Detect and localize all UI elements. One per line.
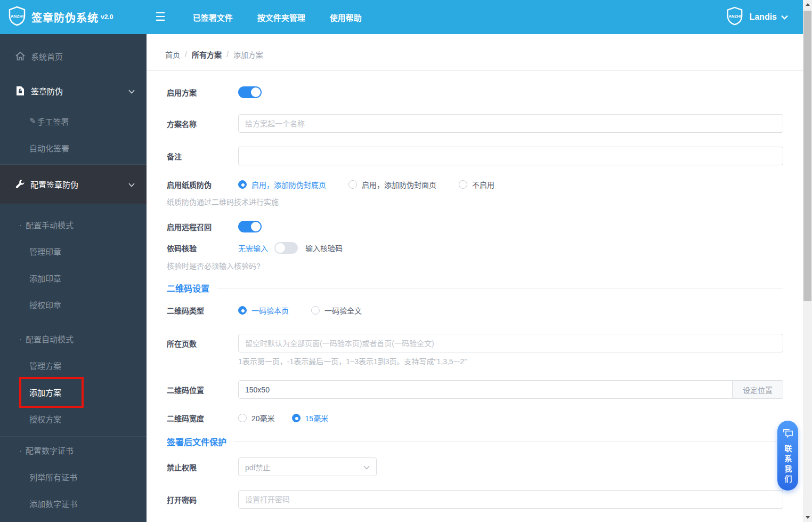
paper-antiforgery-help: 纸质防伪通过二维码技术进行实施 (167, 196, 783, 207)
sidebar-item-manual-sign[interactable]: ✎ 手工签署 (0, 108, 147, 134)
sidebar-item-home[interactable]: 系统首页 (0, 43, 147, 69)
radio-width-15mm[interactable]: 15毫米 (292, 413, 329, 423)
radio-label: 一码验全文 (324, 305, 362, 316)
sidebar-item-label: 自动化签署 (29, 142, 69, 154)
remote-recall-toggle[interactable] (238, 221, 262, 232)
chevron-down-icon (128, 86, 135, 95)
set-position-button[interactable]: 设定位置 (733, 380, 783, 399)
user-name: Landis (749, 12, 777, 22)
forbid-permission-select[interactable]: pdf禁止 (238, 457, 377, 476)
pages-label: 所在页数 (167, 338, 238, 349)
sidebar-item-configure-auto-mode[interactable]: · 配置自动模式 (0, 325, 147, 352)
forbid-permission-label: 禁止权限 (167, 462, 238, 472)
nav-item-folder-management[interactable]: 按文件夹管理 (245, 12, 318, 23)
open-password-input[interactable] (238, 490, 783, 509)
sidebar-item-label: 手工签署 (37, 116, 69, 127)
remote-recall-label: 启用远程召回 (167, 221, 238, 232)
open-password-label: 打开密码 (167, 494, 238, 505)
radio-back-cover-page[interactable]: 启用，添加防伪封底页 (238, 179, 326, 190)
plan-name-label: 方案名称 (167, 118, 238, 129)
radio-label: 不启用 (472, 179, 494, 190)
qr-type-label: 二维码类型 (167, 305, 238, 316)
file-protection-section-title: 签署后文件保护 (167, 435, 226, 448)
section-divider (234, 441, 783, 442)
enable-plan-label: 启用方案 (167, 87, 238, 98)
app-brand: ANZHI 签章防伪系统 v2.0 (0, 6, 147, 28)
sidebar-item-label: 添加数字证书 (29, 498, 77, 509)
radio-label: 15毫米 (305, 413, 329, 423)
user-avatar-shield-icon: ANZHI (726, 6, 744, 28)
svg-text:ANZHI: ANZHI (729, 14, 741, 19)
sidebar-item-manage-seal[interactable]: 管理印章 (0, 238, 147, 264)
breadcrumb-home[interactable]: 首页 (165, 49, 180, 60)
bullet-dot: · (19, 220, 22, 229)
radio-disable[interactable]: 不启用 (459, 179, 494, 190)
qr-position-input[interactable] (238, 380, 733, 399)
sidebar-item-configure-digital-cert[interactable]: · 配置数字证书 (0, 437, 147, 463)
sidebar-item-seal-antiforgery[interactable]: 签章防伪 (0, 77, 147, 104)
nav-item-help[interactable]: 使用帮助 (318, 12, 374, 23)
scrollbar-down-arrow[interactable] (803, 513, 812, 522)
app-title: 签章防伪系统 (31, 10, 99, 25)
sidebar-item-authorize-plan[interactable]: 授权方案 (0, 405, 147, 432)
breadcrumb-current: 添加方案 (233, 49, 263, 60)
sidebar-item-configure-seal-antiforgery[interactable]: 配置签章防伪 (0, 164, 147, 204)
contact-us-label: 联系我们 (783, 445, 793, 485)
sidebar-item-label: 配置自动模式 (26, 333, 74, 344)
sidebar-item-label: 列举所有证书 (29, 471, 77, 483)
section-divider (217, 288, 783, 288)
breadcrumb: 首页 / 所有方案 / 添加方案 (147, 34, 803, 71)
toggle-knob (275, 243, 285, 253)
remark-input[interactable] (238, 147, 783, 165)
radio-qr-per-page[interactable]: 一码验本页 (238, 305, 289, 316)
sidebar-item-label: 配置数字证书 (26, 445, 74, 456)
nav-item-signed-files[interactable]: 已签署文件 (181, 12, 245, 23)
sidebar-item-auto-sign[interactable]: 自动化签署 (0, 134, 147, 161)
code-check-off-label[interactable]: 无需输入 (238, 243, 268, 253)
sidebar-item-configure-manual-mode[interactable]: · 配置手动模式 (0, 211, 147, 238)
sidebar-item-add-seal[interactable]: 添加印章 (0, 264, 147, 291)
radio-width-20mm[interactable]: 20毫米 (238, 413, 275, 423)
radio-label: 启用，添加防伪封底页 (251, 179, 326, 190)
sidebar-item-authorize-seal[interactable]: 授权印章 (0, 291, 147, 318)
radio-icon (238, 306, 247, 315)
sidebar-item-label: 添加方案 (29, 387, 61, 398)
user-chevron-down-icon (781, 12, 788, 22)
app-window: ANZHI 签章防伪系统 v2.0 ☰ 已签署文件 按文件夹管理 使用帮助 AN… (0, 0, 803, 522)
contact-us-button[interactable]: 联系我们 (777, 421, 798, 491)
radio-icon (238, 414, 247, 422)
breadcrumb-all-plans[interactable]: 所有方案 (192, 49, 222, 60)
sidebar-item-label: 配置手动模式 (26, 219, 74, 230)
sidebar-item-label: 签章防伪 (31, 85, 63, 97)
radio-label: 一码验本页 (251, 305, 289, 316)
plan-name-input[interactable] (238, 114, 783, 133)
sidebar-item-add-digital-cert[interactable]: 添加数字证书 (0, 490, 147, 517)
enable-plan-toggle[interactable] (238, 86, 262, 98)
radio-icon (292, 414, 301, 422)
sidebar-item-list-certs[interactable]: 列举所有证书 (0, 463, 147, 490)
bullet-dot: · (19, 446, 22, 455)
pages-input[interactable] (238, 334, 783, 352)
radio-icon (459, 180, 467, 189)
top-navbar: ANZHI 签章防伪系统 v2.0 ☰ 已签署文件 按文件夹管理 使用帮助 AN… (0, 0, 803, 34)
scrollbar-up-arrow[interactable] (803, 0, 812, 9)
sidebar-item-add-plan[interactable]: 添加方案 (0, 379, 147, 405)
qr-settings-section-title: 二维码设置 (167, 282, 209, 294)
paper-antiforgery-label: 启用纸质防伪 (167, 179, 238, 190)
sidebar-item-label: 系统首页 (31, 51, 63, 62)
radio-icon (238, 180, 247, 189)
toggle-knob (251, 222, 261, 231)
radio-qr-whole-doc[interactable]: 一码验全文 (311, 305, 362, 316)
user-menu[interactable]: ANZHI Landis (726, 6, 803, 28)
chevron-down-icon (128, 180, 135, 189)
scrollbar-thumb[interactable] (803, 11, 811, 301)
sidebar-item-label: 管理印章 (29, 246, 61, 257)
code-check-toggle[interactable] (274, 242, 298, 254)
bullet-dot: · (19, 334, 22, 343)
top-nav-menu: 已签署文件 按文件夹管理 使用帮助 (181, 12, 374, 23)
sidebar-item-manage-plan[interactable]: 管理方案 (0, 352, 147, 379)
menu-toggle-icon[interactable]: ☰ (155, 11, 166, 23)
vertical-scrollbar[interactable] (803, 0, 812, 522)
radio-label: 20毫米 (251, 413, 275, 423)
radio-front-cover-page[interactable]: 启用，添加防伪封面页 (348, 179, 436, 190)
